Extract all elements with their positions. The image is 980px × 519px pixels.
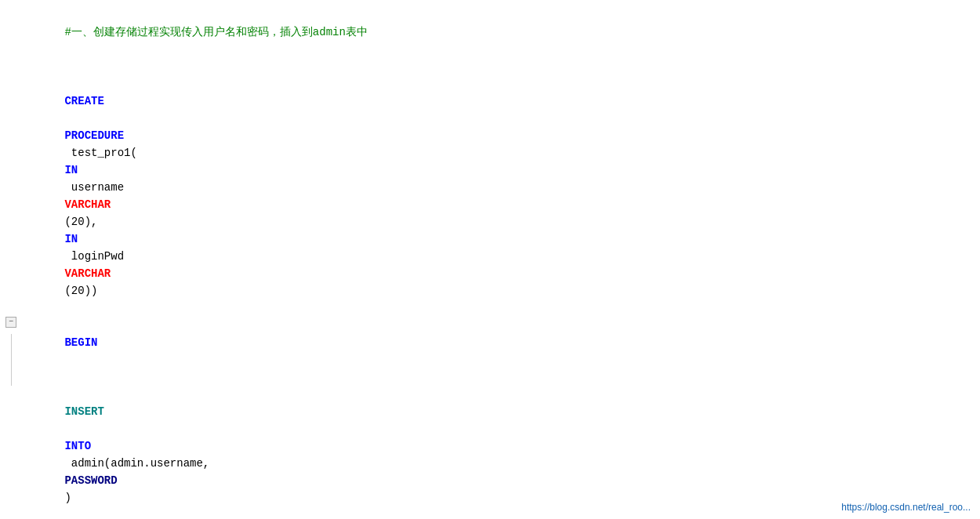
code-line-1: #一、创建存储过程实现传入用户名和密码，插入到admin表中 xyxy=(22,6,974,58)
line-3: CREATE PROCEDURE test_pro1( IN username … xyxy=(0,75,980,317)
kw-create-1: CREATE xyxy=(64,95,103,107)
collapse-btn-1[interactable]: − xyxy=(5,317,16,328)
indent-line-1 xyxy=(11,334,12,386)
code-line-3: CREATE PROCEDURE test_pro1( IN username … xyxy=(22,75,974,317)
gutter-4[interactable]: − xyxy=(0,317,22,328)
kw-begin-1: BEGIN xyxy=(64,336,97,349)
kw-insert: INSERT xyxy=(64,405,103,418)
line-2 xyxy=(0,58,980,75)
line-4: − BEGIN xyxy=(0,317,980,368)
comment-1: #一、创建存储过程实现传入用户名和密码，插入到admin表中 xyxy=(64,26,367,38)
line-5: INSERT INTO admin(admin.username, PASSWO… xyxy=(0,368,980,519)
watermark: https://blog.csdn.net/real_roo... xyxy=(841,502,971,513)
kw-procedure-1: PROCEDURE xyxy=(64,129,124,142)
line-1: #一、创建存储过程实现传入用户名和密码，插入到admin表中 xyxy=(0,6,980,58)
code-editor: #一、创建存储过程实现传入用户名和密码，插入到admin表中 CREATE PR… xyxy=(0,0,980,519)
code-line-4: BEGIN xyxy=(22,317,974,368)
code-line-2 xyxy=(22,58,974,75)
code-line-5: INSERT INTO admin(admin.username, PASSWO… xyxy=(22,368,974,519)
kw-into-1: INTO xyxy=(64,440,91,452)
